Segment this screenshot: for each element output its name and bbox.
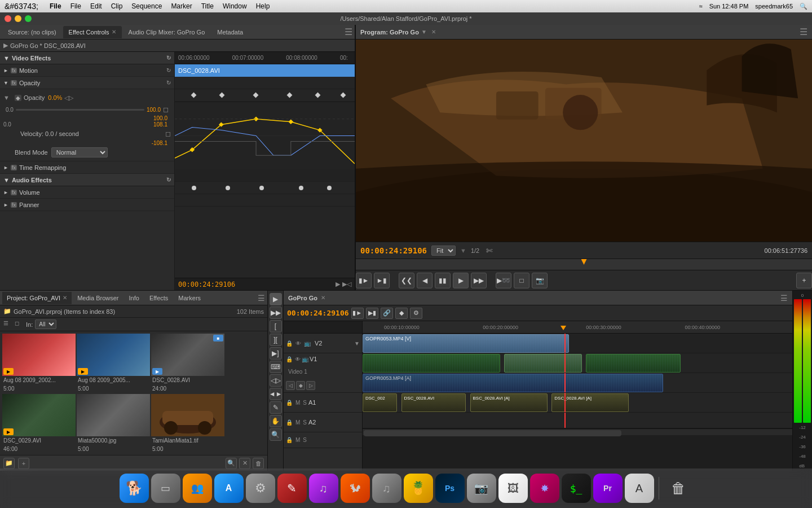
track-select-tool-button[interactable]: ▶▶ <box>270 306 282 319</box>
dock-preview-icon[interactable]: 🖼 <box>498 474 528 503</box>
opacity-value-display[interactable]: 0.0% <box>48 94 62 101</box>
time-remapping-expand-icon[interactable]: ► <box>3 165 8 170</box>
video-effects-reset-button[interactable]: ↻ <box>166 55 171 61</box>
a2-lock-icon[interactable]: 🔒 <box>286 419 293 426</box>
v1-clip-3[interactable] <box>586 354 681 373</box>
dock-photoshop-icon[interactable]: Ps <box>435 474 465 503</box>
out-point-button[interactable]: ►▮ <box>374 273 390 288</box>
opacity-add-keyframe-button[interactable]: ◻ <box>163 106 169 113</box>
dock-premiere-icon[interactable]: Pr <box>593 474 623 503</box>
v1-add-kf[interactable]: ◆ <box>296 381 305 390</box>
fit-dropdown[interactable]: Fit <box>431 246 456 256</box>
v2-eye-icon[interactable]: 👁 <box>295 340 301 347</box>
v1-clip-2[interactable] <box>504 354 581 373</box>
timeline-menu-button[interactable]: ☰ <box>780 294 788 303</box>
monitor-dropdown-icon[interactable]: ▼ <box>421 29 427 35</box>
kf-diamond-1[interactable] <box>191 93 197 98</box>
list-item[interactable]: ▶ DSC_0029.AVI 46:00 <box>2 394 76 453</box>
delete-button[interactable]: 🗑 <box>253 458 264 469</box>
v1-lock-icon[interactable]: 🔒 <box>286 356 293 362</box>
v1-sync-icon[interactable]: 📺 <box>302 356 308 362</box>
monitor-scrubber[interactable] <box>356 259 812 270</box>
monitor-close-button[interactable]: ✕ <box>431 29 436 35</box>
a2-mute-icon[interactable]: M <box>295 419 300 426</box>
timeline-close-button[interactable]: ✕ <box>321 295 325 301</box>
step-back-button[interactable]: ◀ <box>417 273 433 288</box>
motion-expand-icon[interactable]: ► <box>3 68 8 73</box>
volume-kf-2[interactable] <box>226 186 230 190</box>
tab-markers[interactable]: Markers <box>174 292 205 304</box>
panner-expand-icon[interactable]: ► <box>3 202 8 208</box>
clip-menu[interactable]: Clip <box>111 2 123 10</box>
close-button[interactable] <box>5 15 11 22</box>
kf-diamond-4[interactable] <box>287 93 293 98</box>
close-ec-tab-icon[interactable]: ✕ <box>112 29 116 35</box>
help-menu[interactable]: Help <box>256 2 270 10</box>
silence-solo-icon[interactable]: S <box>303 437 307 443</box>
tab-project[interactable]: Project: GoPro_AVI ✕ <box>2 292 72 304</box>
v2-collapse-icon[interactable]: ▼ <box>354 340 360 347</box>
silence-lock-icon[interactable]: 🔒 <box>286 437 293 443</box>
opacity-expand-icon[interactable]: ▼ <box>3 80 8 86</box>
tab-effect-controls[interactable]: Effect Controls ✕ <box>63 26 122 38</box>
list-view-icon[interactable]: ☰ <box>3 320 12 329</box>
video-effects-expand-icon[interactable]: ▼ <box>3 55 10 62</box>
dock-finder-icon[interactable]: 🐕 <box>120 474 149 503</box>
panel-menu-button[interactable]: ☰ <box>345 27 352 37</box>
search-scope-dropdown[interactable]: All <box>35 319 56 329</box>
ec-add-marker-button[interactable]: ▶ <box>336 281 340 288</box>
volume-kf-5[interactable] <box>327 186 332 190</box>
tab-audio-clip-mixer[interactable]: Audio Clip Mixer: GoPro Go <box>123 26 211 38</box>
rolling-edit-tool-button[interactable]: ][ <box>270 334 282 346</box>
marker-menu[interactable]: Marker <box>171 2 192 10</box>
timeline-ruler[interactable]: 00:00:10:00000 00:00:20:00000 00:00:30:0… <box>363 321 792 334</box>
a1-lock-icon[interactable]: 🔒 <box>286 400 293 406</box>
kf-diamond-3[interactable] <box>253 93 259 98</box>
ec-export-button[interactable]: ▶◁ <box>342 281 351 288</box>
dock-adobe-pencil-icon[interactable]: ✎ <box>277 474 307 503</box>
tab-info[interactable]: Info <box>125 292 144 304</box>
tab-effects[interactable]: Effects <box>145 292 173 304</box>
tl-btn-marker[interactable]: ◆ <box>395 308 408 319</box>
v2-lock-icon[interactable]: 🔒 <box>286 340 293 347</box>
v1-prev-kf[interactable]: ◁ <box>286 381 295 390</box>
apple-logo-icon[interactable]: &#63743; <box>5 2 38 11</box>
dock-logic-icon[interactable]: ♫ <box>372 474 401 503</box>
dock-trash-icon[interactable]: 🗑 <box>664 474 693 503</box>
kf-diamond-5[interactable] <box>315 93 321 98</box>
kf-diamond-6[interactable] <box>341 93 346 98</box>
list-item[interactable]: ▶ Aug 08 2009_2002... 5:00 <box>2 334 76 393</box>
tl-btn-settings[interactable]: ⚙ <box>410 308 422 319</box>
motion-reset-icon[interactable]: ↻ <box>166 67 171 73</box>
play-button[interactable]: ▶ <box>453 273 469 288</box>
search-icon[interactable]: 🔍 <box>800 3 807 10</box>
title-menu[interactable]: Title <box>201 2 214 10</box>
tl-btn-link[interactable]: 🔗 <box>381 308 393 319</box>
list-item[interactable]: ▶ ■ DSC_0028.AVI 24:00 <box>151 334 224 393</box>
opacity-right-arrow-icon[interactable]: ▷ <box>69 94 73 102</box>
dock-settings-icon[interactable]: ⚙ <box>246 474 275 503</box>
export-frame-button[interactable]: 📷 <box>532 273 548 288</box>
volume-kf-1[interactable] <box>192 186 196 190</box>
a1-sync-icon[interactable]: M <box>295 400 300 406</box>
dock-pineapple-icon[interactable]: 🍍 <box>404 474 433 503</box>
a2-clip-1[interactable]: DSC_002 <box>363 393 397 412</box>
dock-fontbook-icon[interactable]: A <box>625 474 654 503</box>
tl-btn-in[interactable]: ▮► <box>351 308 364 319</box>
app-name-menu[interactable]: File <box>50 2 61 10</box>
scrollbar-thumb[interactable] <box>364 430 621 436</box>
new-bin-button[interactable]: 📁 <box>3 458 15 469</box>
rate-stretch-tool-button[interactable]: ▶] <box>270 347 282 360</box>
a1-clip-1[interactable]: GOPR0053.MP4 [A] <box>363 374 663 392</box>
a2-clip-4[interactable]: DSC_0028.AVI [A] <box>551 393 629 412</box>
kf-diamond-2[interactable] <box>219 93 225 98</box>
tl-btn-out[interactable]: ▶▮ <box>366 308 378 319</box>
dock-appstore-icon[interactable]: A <box>214 474 244 503</box>
velocity-add-button[interactable]: ◻ <box>165 130 171 138</box>
in-point-button[interactable]: ▮► <box>356 273 372 288</box>
clear-search-button[interactable]: ✕ <box>239 458 250 469</box>
a1-solo-icon[interactable]: S <box>303 400 307 406</box>
v2-clip-1[interactable]: GOPR0053.MP4 [V] <box>363 334 569 353</box>
dock-launchpad-icon[interactable]: ▭ <box>151 474 180 503</box>
opacity-sub-expand-icon[interactable]: ▼ <box>3 94 15 101</box>
